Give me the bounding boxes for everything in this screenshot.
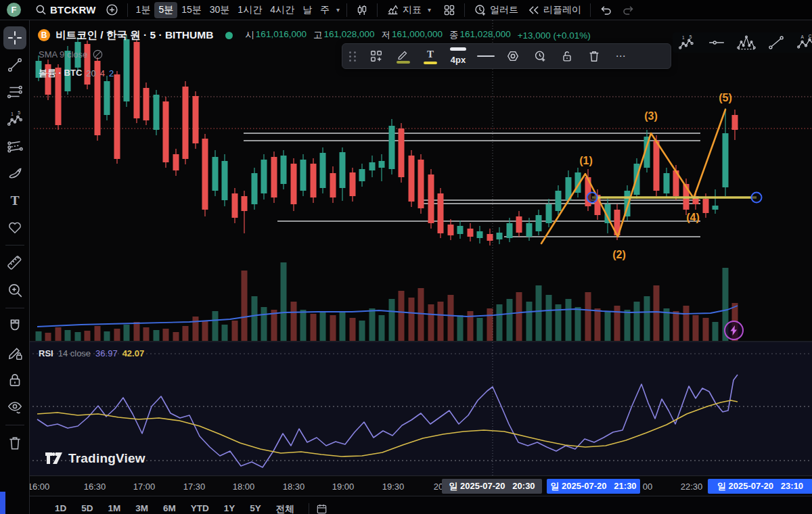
volume-bar (673, 311, 679, 341)
ohlc-key: 저 (382, 29, 391, 41)
volume-bar (448, 295, 454, 341)
remove-drawings-button[interactable] (3, 431, 26, 454)
range-1Y[interactable]: 1Y (217, 503, 243, 513)
ohlc-key: 시 (245, 29, 254, 41)
fav-elliott-wave-button[interactable]: 15 (675, 33, 698, 52)
range-YTD[interactable]: YTD (183, 503, 217, 513)
projection-tool-button[interactable] (3, 135, 26, 158)
fib-retracement-tool-button[interactable] (3, 80, 26, 103)
drag-handle[interactable] (349, 51, 357, 62)
zoom-in-tool-button[interactable] (3, 279, 26, 302)
redo-button[interactable] (617, 1, 639, 18)
candle-body (291, 164, 297, 204)
timeframe-30분[interactable]: 30분 (206, 2, 234, 18)
template-button[interactable] (363, 46, 389, 66)
timeframe-15분[interactable]: 15분 (177, 2, 206, 18)
line-style-button[interactable] (473, 46, 499, 66)
trend-line-icon (767, 34, 785, 51)
heart-icon (7, 219, 23, 235)
volume-legend[interactable]: 볼륨 · BTC 20 4 2 (39, 67, 114, 79)
volume-bar (45, 333, 51, 341)
layout-button[interactable] (438, 2, 460, 18)
wave-label: (1) (579, 155, 593, 166)
rsi-legend[interactable]: RSI 14 close 36.97 42.07 (39, 348, 144, 358)
text-tool-button[interactable]: T (3, 189, 26, 212)
sma-legend[interactable]: SMA 9 close (39, 49, 104, 60)
fav-pattern-button[interactable] (735, 33, 758, 52)
candle-body (271, 157, 277, 197)
timeframe-4시간[interactable]: 4시간 (266, 2, 298, 18)
candle-body (350, 172, 356, 196)
timeframe-1분[interactable]: 1분 (132, 2, 155, 18)
range-3M[interactable]: 3M (128, 503, 156, 513)
volume-bar (36, 331, 42, 341)
undo-icon (600, 3, 612, 16)
top-toolbar: F BTCKRW 1분5분15분30분1시간4시간날주 ▾ 지표 ▾ 얼러트 (0, 0, 812, 20)
range-1D[interactable]: 1D (47, 503, 74, 513)
symbol-search-button[interactable]: BTCKRW (30, 2, 101, 18)
candle-body (320, 153, 326, 188)
timeframe-1시간[interactable]: 1시간 (233, 2, 266, 18)
template-grid-icon (369, 49, 383, 63)
text-color-button[interactable]: T (418, 46, 443, 66)
volume-bar (477, 318, 483, 341)
time-axis[interactable]: 16:0016:3017:0017:3018:0018:3019:0019:30… (30, 475, 812, 496)
line-color-button[interactable] (390, 46, 416, 66)
add-alert-button[interactable] (527, 46, 553, 66)
volume-bar (634, 302, 640, 341)
volume-bar (575, 307, 581, 341)
fav-horizontal-ray-button[interactable] (705, 33, 728, 52)
eye-slash-icon[interactable] (92, 49, 104, 60)
more-options-button[interactable]: ⋯ (608, 46, 634, 66)
timeframe-5분[interactable]: 5분 (154, 2, 177, 18)
time-axis-label: 17:00 (133, 482, 156, 492)
unlock-button[interactable] (554, 46, 580, 66)
market-status-dot[interactable] (225, 32, 233, 39)
time-axis-label: 00 (643, 482, 652, 492)
volume-bar (595, 308, 601, 341)
candle-body (516, 216, 522, 233)
elliott-wave-tool-button[interactable]: 15 (3, 108, 26, 131)
range-1M[interactable]: 1M (101, 503, 129, 513)
calendar-icon[interactable] (316, 503, 328, 514)
fav-abcd-pattern-button[interactable]: AC (794, 33, 812, 52)
chevron-down-icon[interactable]: ▾ (334, 6, 342, 14)
hide-drawings-button[interactable] (3, 396, 26, 419)
trend-line-tool-button[interactable] (3, 53, 26, 76)
undo-button[interactable] (595, 1, 617, 18)
volume-bar (134, 322, 140, 341)
brush-tool-button[interactable] (3, 162, 26, 185)
lock-all-drawings-button[interactable] (3, 369, 26, 392)
symbol-title[interactable]: 비트코인 / 한국 원 · 5 · BITHUMB (55, 28, 213, 43)
range-6M[interactable]: 6M (156, 503, 183, 513)
range-5Y[interactable]: 5Y (242, 503, 269, 513)
volume-bar (183, 326, 189, 341)
timeframe-주[interactable]: 주 (316, 2, 334, 18)
volume-bar (497, 304, 503, 341)
indicators-button[interactable]: 지표 ▾ (382, 1, 438, 18)
avatar[interactable]: F (7, 3, 21, 17)
main-chart-canvas[interactable]: (1)(2)(3)(4)(5) (30, 20, 812, 475)
measure-tool-button[interactable] (3, 252, 26, 275)
rsi-value: 36.97 (95, 348, 118, 358)
timeframe-날[interactable]: 날 (298, 2, 316, 18)
line-width-button[interactable]: 4px (445, 46, 472, 66)
stay-in-drawing-mode-button[interactable] (3, 342, 26, 365)
crosshair-tool-button[interactable] (3, 26, 26, 49)
compare-add-button[interactable] (101, 1, 123, 18)
range-전체[interactable]: 전체 (269, 503, 302, 514)
range-5D[interactable]: 5D (74, 503, 100, 513)
volume-bar (154, 330, 160, 341)
emoji-tool-button[interactable] (3, 216, 26, 239)
volume-bar (320, 311, 326, 341)
divider (5, 308, 24, 308)
alert-button[interactable]: 얼러트 (469, 1, 523, 18)
boost-button[interactable] (724, 321, 744, 340)
settings-button[interactable] (500, 46, 526, 66)
magnet-mode-button[interactable] (3, 314, 26, 337)
grid-layout-icon (443, 4, 455, 16)
fav-trend-line-button[interactable] (765, 33, 788, 52)
replay-button[interactable]: 리플레이 (523, 2, 586, 18)
chart-style-button[interactable] (351, 2, 373, 18)
delete-drawing-button[interactable] (581, 46, 607, 66)
